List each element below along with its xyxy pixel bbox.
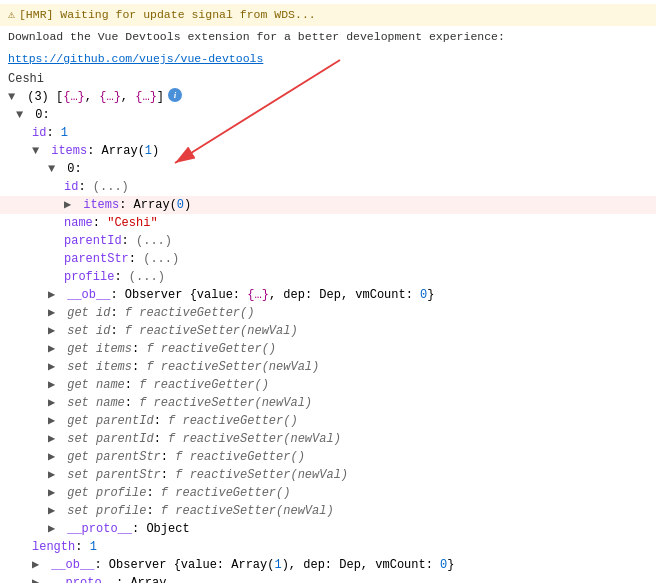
observer-nested[interactable]: ▶ __ob__: Observer {value: {…}, dep: Dep… — [0, 286, 656, 304]
items-array-expand[interactable]: ▼ items: Array(1) — [0, 142, 656, 160]
console-output: ⚠ [HMR] Waiting for update signal from W… — [0, 0, 656, 583]
getter-set-parentid[interactable]: ▶ set parentId: f reactiveSetter(newVal) — [0, 430, 656, 448]
nested-parentstr-prop: parentStr: (...) — [0, 250, 656, 268]
getter-set-profile[interactable]: ▶ set profile: f reactiveSetter(newVal) — [0, 502, 656, 520]
console-panel: ⚠ [HMR] Waiting for update signal from W… — [0, 0, 656, 583]
array-root[interactable]: ▼ (3) [{…}, {…}, {…}] i — [0, 88, 656, 106]
devtools-link-line: https://github.com/vuejs/vue-devtools — [0, 48, 656, 70]
getter-get-parentstr[interactable]: ▶ get parentStr: f reactiveGetter() — [0, 448, 656, 466]
nested-parentid-prop: parentId: (...) — [0, 232, 656, 250]
prop-id: id: 1 — [0, 124, 656, 142]
nested-id-prop: id: (...) — [0, 178, 656, 196]
warning-icon: ⚠ — [8, 6, 15, 24]
items-array-0[interactable]: ▶ items: Array(0) — [0, 196, 656, 214]
item-0-expand[interactable]: ▼ 0: — [0, 106, 656, 124]
expand-arrow-items-0[interactable]: ▼ — [48, 160, 60, 178]
info-icon[interactable]: i — [168, 88, 182, 102]
getter-set-parentstr[interactable]: ▶ set parentStr: f reactiveSetter(newVal… — [0, 466, 656, 484]
nested-name-prop: name: "Ceshi" — [0, 214, 656, 232]
expand-arrow-items-array-0[interactable]: ▶ — [64, 196, 76, 214]
nested-profile-prop: profile: (...) — [0, 268, 656, 286]
getter-set-id[interactable]: ▶ set id: f reactiveSetter(newVal) — [0, 322, 656, 340]
expand-arrow-items[interactable]: ▼ — [32, 142, 44, 160]
observer-array[interactable]: ▶ __ob__: Observer {value: Array(1), dep… — [0, 556, 656, 574]
getter-get-id[interactable]: ▶ get id: f reactiveGetter() — [0, 304, 656, 322]
devtools-link[interactable]: https://github.com/vuejs/vue-devtools — [8, 50, 263, 68]
hmr-warning: ⚠ [HMR] Waiting for update signal from W… — [0, 4, 656, 26]
getter-set-name[interactable]: ▶ set name: f reactiveSetter(newVal) — [0, 394, 656, 412]
devtools-info: Download the Vue Devtools extension for … — [0, 26, 656, 48]
expand-arrow-root[interactable]: ▼ — [8, 88, 20, 106]
length-prop: length: 1 — [0, 538, 656, 556]
items-0-expand[interactable]: ▼ 0: — [0, 160, 656, 178]
proto-object[interactable]: ▶ __proto__: Object — [0, 520, 656, 538]
getter-get-items[interactable]: ▶ get items: f reactiveGetter() — [0, 340, 656, 358]
getter-get-parentid[interactable]: ▶ get parentId: f reactiveGetter() — [0, 412, 656, 430]
getter-set-items[interactable]: ▶ set items: f reactiveSetter(newVal) — [0, 358, 656, 376]
getter-get-name[interactable]: ▶ get name: f reactiveGetter() — [0, 376, 656, 394]
expand-arrow-ob-nested[interactable]: ▶ — [48, 286, 60, 304]
ceshi-label: Ceshi — [0, 70, 656, 88]
proto-array[interactable]: ▶ __proto__: Array — [0, 574, 656, 583]
expand-arrow-0[interactable]: ▼ — [16, 106, 28, 124]
getter-get-profile[interactable]: ▶ get profile: f reactiveGetter() — [0, 484, 656, 502]
